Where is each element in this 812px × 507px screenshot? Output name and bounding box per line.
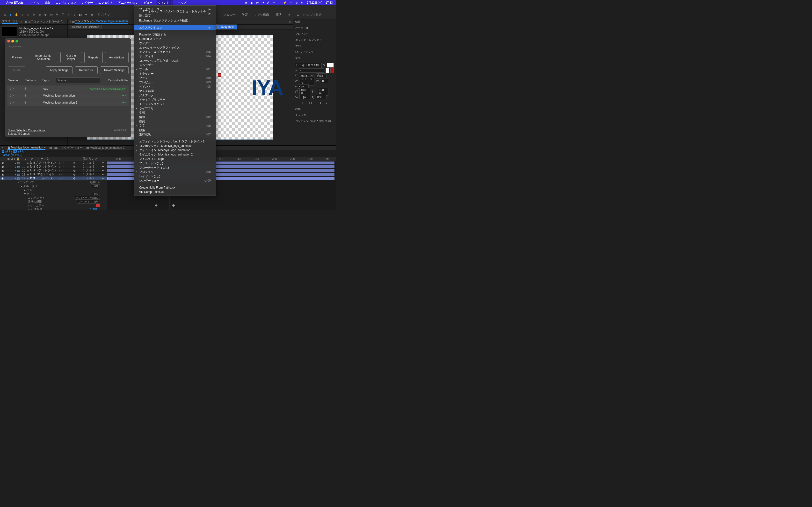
menu-item[interactable]: メタデータ: [134, 93, 216, 98]
battery-icon[interactable]: ▭: [272, 1, 275, 4]
clone-tool-icon[interactable]: ⟐: [72, 12, 77, 17]
keyframe[interactable]: [155, 204, 157, 207]
tl-tab-0[interactable]: ▦ Mochiya_logo_animation ≡: [7, 146, 45, 150]
preview-button[interactable]: Preview: [8, 52, 27, 63]
gear-icon[interactable]: ⚙: [24, 101, 27, 104]
menu-item[interactable]: タイムライン: logo: [134, 157, 216, 161]
menu-item[interactable]: 段落: [134, 128, 216, 132]
refresh-list-button[interactable]: Refresh list: [75, 66, 98, 74]
menu-item[interactable]: ブラシ⌘9: [134, 76, 216, 80]
menu-item[interactable]: エッセンシャルグラフィックス: [134, 45, 216, 50]
allcaps-button[interactable]: TT: [309, 101, 312, 105]
tab-effect-controls[interactable]: ▦ エフェクトコントロール fc: [25, 19, 63, 24]
menu-effect[interactable]: エフェクト: [97, 0, 114, 5]
name-search[interactable]: Name ⌕: [56, 77, 100, 83]
minimize-icon[interactable]: [11, 40, 14, 43]
menu-item[interactable]: 「デフォルト」ワークスペースにショートカットを割り当て▶: [134, 11, 216, 16]
panel-character[interactable]: 文字: [293, 55, 336, 61]
more-icon[interactable]: •••: [121, 101, 126, 104]
stroke-swatch[interactable]: [325, 68, 329, 73]
menu-item[interactable]: レイヤー: (なし): [134, 174, 216, 178]
comp-subtab[interactable]: Mochiya_logo_animation: [69, 25, 102, 29]
tl-close-icon[interactable]: ×: [2, 146, 4, 150]
ws-more-icon[interactable]: »: [288, 13, 290, 16]
menu-item[interactable]: コンテンツに応じた塗りつぶし: [134, 58, 216, 63]
add-button[interactable]: 追加: ⊙: [90, 180, 100, 184]
panel-tracker[interactable]: トラッカー: [293, 112, 336, 118]
menu-item[interactable]: VR Comp Editor.jsx: [134, 190, 216, 194]
menu-view[interactable]: ビュー: [143, 0, 153, 5]
menu-item[interactable]: ✓プロジェクト⌘0: [134, 170, 216, 174]
ws-small[interactable]: 小さい画面: [254, 12, 269, 17]
rotate-tool-icon[interactable]: ↻: [32, 12, 36, 17]
nofill-swatch[interactable]: [331, 68, 334, 73]
camera-tool-icon[interactable]: ⎋: [37, 12, 42, 17]
project-settings-button[interactable]: Project Settings: [100, 66, 129, 74]
fillrule-select[interactable]: ワインディング規則: [77, 200, 100, 204]
menu-window[interactable]: ウィンドウ: [157, 0, 173, 5]
import-lottie-button[interactable]: Import Lottie Animation: [29, 52, 58, 63]
annotations-button[interactable]: Annotations: [105, 52, 129, 63]
color-swatch[interactable]: [96, 204, 100, 207]
menu-item[interactable]: フッテージ: (なし): [134, 161, 216, 165]
layer-row[interactable]: ◉▸ ▦21★font_Iアウトライン⊕ ♦ /⊚1. ヌル 1▾: [0, 173, 107, 176]
tl-tab-1[interactable]: ▦ logo: [49, 146, 58, 150]
fill-mode-select[interactable]: 通常: [92, 192, 100, 196]
home-icon[interactable]: ⌂: [2, 12, 7, 17]
menu-item[interactable]: エフェクトコントロール: font_I_O アウトライン 2: [134, 139, 216, 144]
pen-tool-icon[interactable]: ✎: [55, 12, 59, 17]
menu-item[interactable]: 情報⌘2: [134, 115, 216, 119]
pan-behind-tool-icon[interactable]: ⊕: [43, 12, 48, 17]
comp-row[interactable]: ⚙Mochiya_logo_animation•••: [7, 93, 129, 99]
panel-menu-icon[interactable]: ≡: [20, 20, 22, 23]
menu-item[interactable]: オーディオ⌘4: [134, 54, 216, 58]
menu-item[interactable]: エクステンション▶: [134, 25, 216, 30]
layer-row[interactable]: ◉▸ ▦20★font_Hアウトライン⊕ ♦ /⊚1. ヌル 1▾: [0, 169, 107, 173]
get-player-button[interactable]: Get the Player: [60, 52, 82, 63]
panel-audio[interactable]: オーディオ: [293, 25, 336, 31]
menubar-time[interactable]: 17:33: [325, 1, 333, 4]
menu-edit[interactable]: 編集: [44, 0, 51, 5]
gear-icon[interactable]: ⚙: [24, 87, 27, 90]
selection-tool-icon[interactable]: ▶: [8, 12, 13, 17]
help-search-input[interactable]: [304, 13, 333, 16]
panel-cc-libraries[interactable]: CC ライブラリ: [293, 49, 336, 55]
panel-paragraph[interactable]: 段落: [293, 106, 336, 112]
tl-tab-3[interactable]: ▦ Mochiya_logo_animation 2: [86, 146, 124, 150]
menu-item[interactable]: プレビュー⌘3: [134, 80, 216, 84]
spotlight-icon[interactable]: ⌕: [296, 1, 298, 4]
font-style-select[interactable]: -: [299, 68, 324, 73]
menu-animation[interactable]: アニメーション: [117, 0, 140, 5]
bodymovin-tab[interactable]: Bodymovin: [5, 44, 131, 49]
vscale-input[interactable]: 100 %: [299, 88, 310, 96]
select-all-link[interactable]: Select All Comps: [8, 132, 30, 135]
gear-icon[interactable]: ⚙: [24, 94, 27, 97]
brush-tool-icon[interactable]: ✐: [66, 12, 71, 17]
menu-layer[interactable]: レイヤー: [81, 0, 94, 5]
comp-row[interactable]: ⚙logo/Users/kandasei/Desktop/test.json: [7, 86, 129, 92]
blend-mode-select[interactable]: 通常: [92, 184, 100, 188]
snap-label[interactable]: ☐ スナッ: [98, 12, 110, 17]
select-circle[interactable]: [10, 101, 13, 104]
hand-tool-icon[interactable]: ✋: [14, 12, 19, 17]
comp-panel-menu-icon[interactable]: ≡: [289, 20, 291, 23]
tl-tab-2[interactable]: レンダーキュー: [62, 146, 83, 150]
menu-file[interactable]: ファイル: [27, 0, 40, 5]
ws-review[interactable]: レビュー: [223, 12, 235, 17]
eyedropper-icon[interactable]: ✎: [323, 63, 325, 67]
panel-content-aware-fill[interactable]: コンテンツに応じた塗りつぶし: [293, 118, 336, 124]
menu-item[interactable]: マスク補間: [134, 89, 216, 93]
menu-composition[interactable]: コンポジション: [55, 0, 77, 5]
status-icon[interactable]: ◐: [251, 1, 253, 4]
keyframe[interactable]: [172, 204, 175, 207]
ws-standard[interactable]: 標準: [276, 12, 282, 17]
ws-learn[interactable]: 学習: [242, 12, 248, 17]
clock-icon[interactable]: ◷: [256, 1, 259, 4]
opacity-value[interactable]: 100%: [90, 208, 97, 210]
menu-item[interactable]: Create Nulls From Paths.jsx: [134, 185, 216, 190]
input-icon[interactable]: A: [267, 1, 269, 4]
tracking-input[interactable]: 0: [321, 79, 328, 83]
panel-preview[interactable]: プレビュー: [293, 31, 336, 37]
ws-expand-icon[interactable]: ⊟: [297, 13, 299, 16]
menu-item[interactable]: ペイント⌘8: [134, 84, 216, 89]
